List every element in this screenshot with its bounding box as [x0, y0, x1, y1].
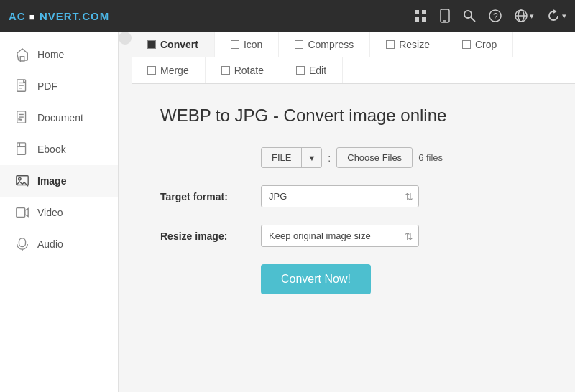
file-dropdown-arrow[interactable]: ▼: [302, 148, 321, 167]
svg-rect-0: [415, 10, 419, 14]
sidebar-item-audio[interactable]: Audio: [0, 228, 118, 260]
sidebar-item-ebook[interactable]: Ebook: [0, 134, 118, 165]
logo-nvert: NVERT.COM: [40, 10, 109, 22]
tab-merge-label: Merge: [160, 65, 189, 76]
tab-compress-label: Compress: [308, 39, 354, 50]
sidebar-pdf-label: PDF: [37, 80, 58, 92]
file-colon: :: [328, 152, 331, 164]
sidebar: Home PDF W Document Ebook Image: [0, 32, 119, 392]
sidebar-document-label: Document: [37, 112, 83, 123]
tab-compress[interactable]: Compress: [279, 32, 370, 57]
svg-rect-27: [17, 208, 25, 218]
sidebar-item-video[interactable]: Video: [0, 197, 118, 228]
svg-rect-28: [19, 238, 25, 247]
content-area: Convert Icon Compress Resize Crop: [132, 32, 575, 392]
resize-image-select[interactable]: Keep original image size Custom size 50%…: [261, 225, 419, 247]
svg-rect-3: [422, 17, 426, 22]
tab-resize[interactable]: Resize: [370, 32, 446, 57]
svg-line-7: [471, 17, 475, 22]
refresh-icon[interactable]: ▾: [547, 9, 566, 22]
audio-icon: [14, 236, 30, 252]
language-arrow: ▾: [530, 11, 534, 21]
svg-text:W: W: [18, 117, 22, 122]
grid-icon[interactable]: [414, 9, 427, 22]
rotate-checkbox: [221, 66, 230, 75]
target-format-label: Target format:: [160, 191, 254, 202]
sidebar-item-pdf[interactable]: PDF: [0, 70, 118, 102]
svg-rect-13: [20, 57, 24, 62]
convert-checkbox: [147, 40, 156, 49]
sidebar-item-document[interactable]: W Document: [0, 102, 118, 134]
sidebar-image-label: Image: [37, 175, 66, 187]
sidebar-item-home[interactable]: Home: [0, 39, 118, 70]
sidebar-home-label: Home: [37, 49, 64, 60]
logo: AC ■ NVERT.COM: [9, 10, 109, 22]
tab-convert[interactable]: Convert: [132, 32, 215, 57]
refresh-arrow: ▾: [562, 11, 566, 21]
main-layout: Home PDF W Document Ebook Image: [0, 32, 575, 392]
pdf-icon: [14, 78, 30, 94]
sidebar-collapse-button[interactable]: [119, 32, 132, 45]
tab-edit-label: Edit: [309, 65, 326, 76]
target-format-wrapper: JPG PNG GIF BMP TIFF WEBP ⇅: [261, 185, 419, 207]
sidebar-item-image[interactable]: Image: [0, 165, 118, 197]
file-dropdown-group: FILE ▼: [261, 147, 322, 168]
image-icon: [14, 173, 30, 189]
document-icon: W: [14, 110, 30, 126]
svg-rect-23: [17, 143, 26, 154]
sidebar-ebook-label: Ebook: [37, 144, 66, 155]
tab-edit[interactable]: Edit: [280, 57, 343, 83]
tab-resize-label: Resize: [399, 39, 430, 50]
convert-now-button[interactable]: Convert Now!: [261, 264, 371, 294]
tab-icon-label: Icon: [244, 39, 262, 50]
choose-files-button[interactable]: Choose Files: [336, 147, 413, 168]
sidebar-audio-label: Audio: [37, 238, 63, 250]
tab-convert-label: Convert: [160, 39, 198, 50]
svg-point-6: [464, 11, 472, 18]
tab-row-2: Merge Rotate Edit: [132, 57, 575, 83]
target-format-row: Target format: JPG PNG GIF BMP TIFF WEBP…: [160, 185, 546, 207]
language-icon[interactable]: ▾: [515, 9, 534, 22]
logo-block: ■: [29, 11, 36, 22]
file-btn-main[interactable]: FILE: [262, 148, 302, 167]
tab-bar: Convert Icon Compress Resize Crop: [132, 32, 575, 84]
help-icon[interactable]: ?: [489, 9, 502, 22]
sidebar-video-label: Video: [37, 207, 63, 218]
resize-image-wrapper: Keep original image size Custom size 50%…: [261, 225, 419, 247]
search-icon[interactable]: [463, 9, 476, 22]
edit-checkbox: [296, 66, 305, 75]
mobile-icon[interactable]: [440, 9, 450, 23]
tab-rotate[interactable]: Rotate: [206, 57, 280, 83]
icon-checkbox: [231, 40, 239, 49]
tab-crop[interactable]: Crop: [446, 32, 513, 57]
files-count: 6 files: [418, 152, 443, 163]
top-nav-icons: ? ▾ ▾: [414, 9, 566, 23]
tab-row-1: Convert Icon Compress Resize Crop: [132, 32, 575, 57]
compress-checkbox: [295, 40, 303, 49]
top-nav: AC ■ NVERT.COM ? ▾ ▾: [0, 0, 575, 32]
target-format-select[interactable]: JPG PNG GIF BMP TIFF WEBP: [261, 185, 419, 207]
file-input-row: FILE ▼ : Choose Files 6 files: [160, 147, 546, 168]
home-icon: [14, 47, 30, 62]
resize-image-label: Resize image:: [160, 230, 254, 242]
crop-checkbox: [462, 40, 471, 49]
logo-ac: AC: [9, 10, 26, 22]
svg-rect-2: [415, 17, 419, 22]
tab-crop-label: Crop: [475, 39, 497, 50]
file-input-group: FILE ▼ : Choose Files 6 files: [261, 147, 443, 168]
ebook-icon: [14, 141, 30, 157]
tab-merge[interactable]: Merge: [132, 57, 206, 83]
svg-rect-1: [422, 10, 426, 14]
page-content: WEBP to JPG - Convert image online FILE …: [132, 84, 575, 392]
tab-rotate-label: Rotate: [234, 65, 264, 76]
svg-text:?: ?: [493, 11, 498, 22]
page-title: WEBP to JPG - Convert image online: [160, 106, 546, 126]
tab-icon[interactable]: Icon: [215, 32, 279, 57]
svg-point-26: [19, 177, 22, 180]
merge-checkbox: [147, 66, 156, 75]
resize-image-row: Resize image: Keep original image size C…: [160, 225, 546, 247]
video-icon: [14, 205, 30, 220]
resize-checkbox: [386, 40, 395, 49]
